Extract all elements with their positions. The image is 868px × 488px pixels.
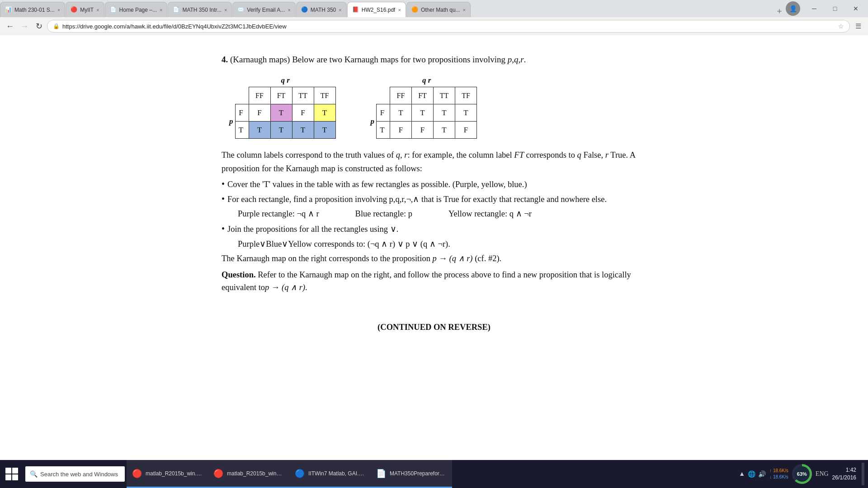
kmap-row: TFFTF xyxy=(363,122,477,139)
settings-icon[interactable]: ☰ xyxy=(852,20,864,33)
taskbar-search-placeholder[interactable]: Search the web and Windows xyxy=(40,471,118,478)
kmap-left-qr-label: q r xyxy=(222,75,336,86)
start-button[interactable] xyxy=(0,460,24,488)
clock[interactable]: 1:42 26/1/2016 xyxy=(832,466,856,482)
taskbar-app[interactable]: 📄MATH350PrepareforW...... xyxy=(371,460,452,488)
tab-label: MATH 350 xyxy=(311,7,336,13)
back-button[interactable]: ← xyxy=(4,20,16,33)
taskbar-app[interactable]: 🔴matlab_R2015b_win....exe xyxy=(127,460,208,488)
kmap-cell: F xyxy=(412,122,434,139)
pqr-vars: p,q,r xyxy=(508,55,524,64)
tab-tab-othermath[interactable]: 🟠Other Math qu...× xyxy=(406,2,471,17)
kmap-row-pval: F xyxy=(377,104,390,122)
tab-label: Home Page –... xyxy=(119,7,157,13)
problem-number: 4. xyxy=(222,55,228,64)
kmap-cell: F xyxy=(390,122,412,139)
question-block: Question. Refer to the Karnaugh map on t… xyxy=(222,269,646,294)
tab-icon: 📊 xyxy=(5,6,12,14)
tab-icon: 📄 xyxy=(173,6,180,14)
tab-tab-math230[interactable]: 📊Math 230-01 S...× xyxy=(0,2,65,17)
question-prop: p → (q ∧ r) xyxy=(265,283,305,292)
taskbar-app[interactable]: 🔵IITWin7 Matlab, GAI....rdp xyxy=(289,460,371,488)
forward-button: → xyxy=(18,20,31,33)
kmap-row-pval: T xyxy=(377,122,390,139)
toolbar-right: ☰ xyxy=(852,20,864,33)
tab-tab-verifyemail[interactable]: ✉️Verify Email A...× xyxy=(232,2,295,17)
tab-tab-math350[interactable]: 🔵MATH 350× xyxy=(296,2,347,17)
tab-icon: 📄 xyxy=(110,6,117,14)
omnibox[interactable]: 🔒 https://drive.google.com/a/hawk.iit.ed… xyxy=(47,20,850,33)
tab-icon: 📕 xyxy=(352,6,359,14)
continued-label: (CONTINUED ON REVERSE) xyxy=(222,321,646,334)
bullet-2-text: For each rectangle, find a proposition i… xyxy=(227,193,607,206)
tray-up-icon[interactable]: ▲ xyxy=(739,470,745,478)
app-icon: 🔴 xyxy=(213,469,223,479)
tab-label: Other Math qu... xyxy=(421,7,460,13)
taskbar-left: 🔍 Search the web and Windows 🔴matlab_R20… xyxy=(0,460,452,488)
kmap-col-header: FF xyxy=(249,87,270,104)
tab-close-button[interactable]: × xyxy=(96,7,99,13)
tab-tab-homepage[interactable]: 📄Home Page –...× xyxy=(105,2,168,17)
app-icon: 🔴 xyxy=(132,469,142,479)
kmap-right-qr-label: q r xyxy=(363,75,477,86)
tab-close-button[interactable]: × xyxy=(288,7,290,13)
tab-close-button[interactable]: × xyxy=(160,7,162,13)
window-controls: 👤 ─ □ ✕ xyxy=(786,0,868,17)
tab-label: Math 230-01 S... xyxy=(14,7,55,13)
toolbar: ← → ↻ 🔒 https://drive.google.com/a/hawk.… xyxy=(0,17,868,35)
kmap-cell: T xyxy=(434,122,455,139)
show-desktop-button[interactable] xyxy=(862,463,864,485)
indent-purpleblueyellow: Purple∨Blue∨Yellow corresponds to: (¬q ∧… xyxy=(222,238,646,251)
tab-close-button[interactable]: × xyxy=(339,7,341,13)
tab-bar: 📊Math 230-01 S...×🔴MyIIT×📄Home Page –...… xyxy=(0,0,868,17)
taskbar-app[interactable]: 🔴matlab_R2015b_win64.exe xyxy=(208,460,289,488)
tab-icon: 🔴 xyxy=(71,6,78,14)
kmap-left-table: FFFTTTTFpFFTFTTTTTT xyxy=(222,87,336,139)
kmap-p-label: p xyxy=(222,104,235,139)
kmap-right-table: FFFTTTTFpFTTTTTFFTF xyxy=(363,87,477,139)
kmap-row: TTTTT xyxy=(222,122,335,139)
kmap-col-header: TF xyxy=(314,87,335,104)
body-paragraph-2: The Karnaugh map on the right correspond… xyxy=(222,252,646,266)
tab-tab-math350intro[interactable]: 📄MATH 350 Intr...× xyxy=(168,2,232,17)
tray-icons: ▲ 🌐 🔊 xyxy=(739,470,766,478)
kmap-cell: F xyxy=(455,122,477,139)
tab-tab-mylit[interactable]: 🔴MyIIT× xyxy=(66,2,104,17)
tab-close-button[interactable]: × xyxy=(224,7,227,13)
url-text[interactable]: https://drive.google.com/a/hawk.iit.edu/… xyxy=(62,23,835,30)
kmap-col-header: FF xyxy=(390,87,412,104)
taskbar-search[interactable]: 🔍 Search the web and Windows xyxy=(25,466,125,482)
tab-close-button[interactable]: × xyxy=(398,7,401,13)
tab-close-button[interactable]: × xyxy=(57,7,60,13)
kmap-col-header: FT xyxy=(270,87,292,104)
kmap-container: q r FFFTTTTFpFFTFTTTTTT q r FFFTTTTFpFTT… xyxy=(222,75,646,139)
kmap-left: q r FFFTTTTFpFFTFTTTTTT xyxy=(222,75,336,139)
profile-icon[interactable]: 👤 xyxy=(786,1,800,16)
tray-sound-icon[interactable]: 🔊 xyxy=(758,470,766,478)
kmap-row: pFTTTT xyxy=(363,104,477,122)
reload-button[interactable]: ↻ xyxy=(33,20,45,33)
minimize-button[interactable]: ─ xyxy=(804,0,825,17)
kmap-row: pFFTFT xyxy=(222,104,335,122)
maximize-button[interactable]: □ xyxy=(825,0,845,17)
kmap-cell: T xyxy=(314,104,335,122)
bookmark-icon[interactable]: ☆ xyxy=(838,23,844,30)
kmap-cell: F xyxy=(292,104,314,122)
bullet-1: • Cover the 'T' values in the table with… xyxy=(222,178,646,191)
bullet-3-text: Join the propositions for all the rectan… xyxy=(227,223,398,236)
page-content: 4. (Karnaugh maps) Below are two Karnaug… xyxy=(0,35,868,460)
rect-yellow-label: Yellow rectangle: q ∧ ¬r xyxy=(448,208,532,221)
app-label: matlab_R2015b_win....exe xyxy=(146,470,203,477)
kmap-cell: T xyxy=(390,104,412,122)
tab-tab-hw2s16[interactable]: 📕HW2_S16.pdf× xyxy=(347,2,406,17)
tray-network-icon[interactable]: 🌐 xyxy=(748,470,755,478)
windows-icon xyxy=(5,468,18,480)
system-tray: ▲ 🌐 🔊 ↑ 18.6K/s ↓ 18.6K/s 63% ENG 1:42 2… xyxy=(739,460,868,488)
kmap-row-pval: F xyxy=(235,104,249,122)
lang-indicator[interactable]: ENG xyxy=(816,470,829,478)
new-tab-button[interactable]: ＋ xyxy=(773,5,786,17)
close-button[interactable]: ✕ xyxy=(845,0,866,17)
bullet-dot-2: • xyxy=(222,194,225,203)
tab-close-button[interactable]: × xyxy=(463,7,466,13)
network-speed: ↑ 18.6K/s ↓ 18.6K/s xyxy=(769,468,788,480)
